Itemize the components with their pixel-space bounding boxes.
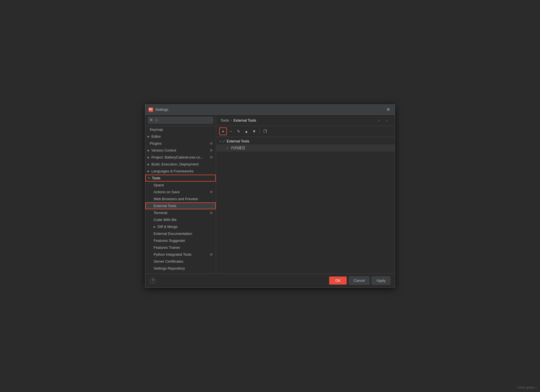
server-certs-label: Server Certificates: [154, 259, 183, 263]
feat-train-label: Features Trainer: [154, 245, 180, 250]
sidebar-item-features-trainer[interactable]: Features Trainer: [145, 244, 216, 251]
help-button[interactable]: ?: [150, 278, 156, 284]
actions-label: Actions on Save: [154, 190, 180, 194]
breadcrumb-nav: ‹ ›: [376, 117, 390, 124]
bottom-bar: ? OK Cancel Apply: [145, 273, 395, 287]
content-area: Keymap ▶ Editor Plugins ⊞ ▶ Version Cont…: [145, 115, 395, 273]
sidebar-item-space[interactable]: Space: [145, 182, 216, 189]
sidebar-item-server-certs[interactable]: Server Certificates: [145, 258, 216, 265]
keymap-label: Keymap: [150, 127, 163, 132]
sidebar-item-shared-indexes[interactable]: Shared Indexes: [145, 272, 216, 273]
python-label: Python Integrated Tools: [154, 252, 191, 257]
actions-icon: ⊞: [210, 190, 212, 194]
sidebar-item-diff-merge[interactable]: ▶ Diff & Merge: [145, 223, 216, 230]
project-icon: ⊞: [210, 155, 212, 159]
terminal-icon: ⊞: [210, 211, 212, 215]
move-down-button[interactable]: ▼: [251, 128, 258, 135]
build-label: Build, Execution, Deployment: [151, 162, 199, 166]
settings-repo-label: Settings Repository: [154, 266, 185, 270]
copy-button[interactable]: ❐: [261, 128, 269, 135]
ext-tools-label: External Tools: [154, 204, 176, 208]
search-wrapper: [148, 117, 213, 124]
breadcrumb-bar: Tools › External Tools ‹ ›: [216, 115, 395, 126]
editor-label: Editor: [151, 134, 161, 139]
breadcrumb-parent: Tools: [221, 118, 229, 122]
build-arrow: ▶: [148, 163, 150, 166]
sidebar-item-features-suggester[interactable]: Features Suggester: [145, 237, 216, 244]
ext-docs-label: External Documentation: [154, 232, 192, 236]
plugins-icon: ⊞: [210, 142, 212, 145]
edit-button[interactable]: ✎: [235, 128, 242, 135]
diff-arrow: ▶: [154, 225, 156, 228]
space-label: Space: [154, 183, 164, 187]
vc-label: Version Control: [151, 148, 176, 152]
sidebar-item-plugins[interactable]: Plugins ⊞: [145, 140, 216, 147]
project-label: Project: BatteryCabinet.exe.co...: [151, 155, 203, 159]
lang-label: Languages & Frameworks: [151, 169, 194, 173]
toolbar-divider: [259, 129, 260, 134]
vc-icon: ⊞: [210, 149, 212, 152]
remove-icon: −: [230, 129, 232, 134]
python-icon: ⊞: [210, 253, 212, 256]
tools-arrow: ▼: [148, 177, 150, 180]
sidebar-list: Keymap ▶ Editor Plugins ⊞ ▶ Version Cont…: [145, 126, 216, 273]
feat-sug-label: Features Suggester: [154, 238, 185, 243]
down-icon: ▼: [252, 129, 256, 134]
breadcrumb-current: External Tools: [234, 118, 256, 122]
sidebar-item-version-control[interactable]: ▶ Version Control ⊞: [145, 147, 216, 154]
sidebar-item-web-browsers[interactable]: Web Browsers and Preview: [145, 195, 216, 202]
main-panel: Tools › External Tools ‹ › + − ✎: [216, 115, 395, 273]
tree-leaf-code-standard[interactable]: ✓ 代码规范: [216, 144, 395, 152]
title-bar: PC Settings ✕: [145, 105, 395, 115]
breadcrumb-separator: ›: [231, 118, 232, 122]
vc-arrow: ▶: [148, 149, 150, 152]
sidebar-item-code-with-me[interactable]: Code With Me: [145, 216, 216, 223]
dialog-title: Settings: [155, 107, 385, 112]
code-with-me-label: Code With Me: [154, 218, 176, 222]
tools-label: Tools: [152, 176, 160, 180]
sidebar-item-languages[interactable]: ▶ Languages & Frameworks: [145, 168, 216, 175]
tree-group-external-tools[interactable]: ∨ ✓ External Tools: [216, 138, 395, 144]
nav-back-button[interactable]: ‹: [376, 117, 382, 124]
cancel-button[interactable]: Cancel: [349, 277, 369, 285]
sidebar-item-build[interactable]: ▶ Build, Execution, Deployment: [145, 161, 216, 168]
tree-leaf-check: ✓: [226, 146, 229, 150]
copy-icon: ❐: [263, 129, 267, 134]
sidebar-item-settings-repo[interactable]: Settings Repository: [145, 265, 216, 272]
tree-area: ∨ ✓ External Tools ✓ 代码规范: [216, 137, 395, 273]
up-icon: ▲: [244, 129, 248, 134]
close-button[interactable]: ✕: [385, 106, 391, 113]
add-icon: +: [222, 129, 224, 134]
toolbar: + − ✎ ▲ ▼ ❐: [216, 126, 395, 137]
edit-icon: ✎: [237, 129, 240, 134]
ok-button[interactable]: OK: [329, 277, 347, 285]
sidebar-item-editor[interactable]: ▶ Editor: [145, 133, 216, 140]
nav-forward-button[interactable]: ›: [384, 117, 390, 124]
sidebar-item-terminal[interactable]: Terminal ⊞: [145, 209, 216, 216]
sidebar-item-python-tools[interactable]: Python Integrated Tools ⊞: [145, 251, 216, 258]
add-button[interactable]: +: [219, 128, 227, 135]
plugins-label: Plugins: [150, 141, 162, 145]
diff-label: Diff & Merge: [158, 225, 178, 229]
search-input[interactable]: [148, 117, 213, 124]
remove-button[interactable]: −: [227, 128, 234, 135]
project-arrow: ▶: [148, 156, 150, 159]
editor-arrow: ▶: [148, 135, 150, 138]
apply-button[interactable]: Apply: [372, 277, 390, 285]
sidebar: Keymap ▶ Editor Plugins ⊞ ▶ Version Cont…: [145, 115, 216, 273]
sidebar-item-actions-on-save[interactable]: Actions on Save ⊞: [145, 189, 216, 195]
sidebar-item-keymap[interactable]: Keymap: [145, 126, 216, 133]
tree-group-label: External Tools: [227, 139, 249, 143]
breadcrumb: Tools › External Tools: [221, 118, 256, 122]
move-up-button[interactable]: ▲: [243, 128, 250, 135]
shared-indexes-label: Shared Indexes: [154, 273, 179, 273]
watermark: CSDN @宋秋 >: [517, 386, 537, 390]
terminal-label: Terminal: [154, 211, 167, 215]
tree-group-check: ✓: [222, 139, 226, 143]
search-box: [145, 115, 216, 126]
sidebar-item-tools[interactable]: ▼ Tools: [145, 175, 216, 182]
sidebar-item-external-tools[interactable]: External Tools: [145, 202, 216, 209]
app-icon: PC: [149, 107, 153, 112]
sidebar-item-external-docs[interactable]: External Documentation: [145, 230, 216, 237]
sidebar-item-project[interactable]: ▶ Project: BatteryCabinet.exe.co... ⊞: [145, 154, 216, 161]
